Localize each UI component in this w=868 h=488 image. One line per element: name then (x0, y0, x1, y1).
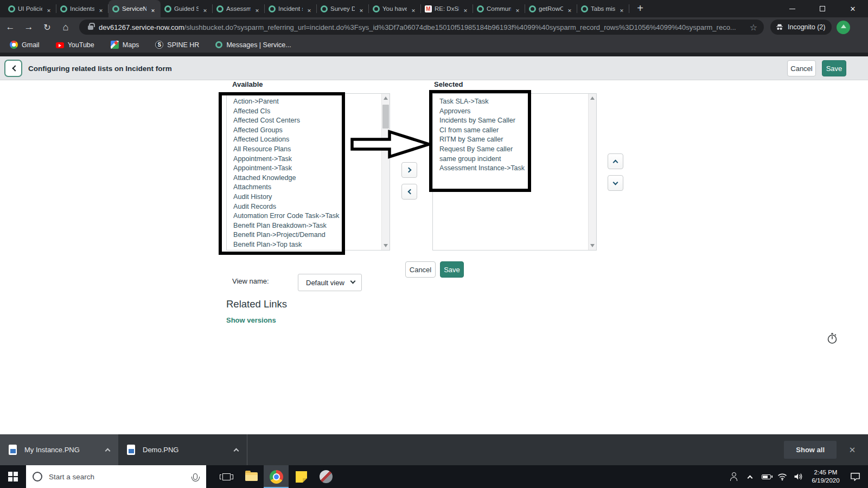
tab-close-icon[interactable] (618, 5, 626, 12)
action-center-button[interactable] (850, 472, 860, 481)
extension-icon[interactable] (837, 21, 850, 34)
browser-tab[interactable]: Assessm (213, 0, 265, 17)
browser-tab[interactable]: RE: DxSh (421, 0, 473, 17)
browser-tab[interactable]: Incident s (265, 0, 317, 17)
tab-close-icon[interactable] (201, 5, 209, 12)
list-option[interactable]: Approvers (439, 107, 588, 117)
shelf-close-icon[interactable] (844, 442, 860, 458)
move-up-button[interactable] (608, 153, 623, 169)
cancel-button[interactable]: Cancel (405, 261, 436, 278)
home-icon[interactable] (58, 20, 74, 35)
tab-close-icon[interactable] (253, 5, 261, 12)
scrollbar-thumb[interactable] (382, 105, 389, 129)
browser-tab[interactable]: Tabs mis (577, 0, 629, 17)
response-time-icon[interactable] (826, 332, 839, 345)
task-view-button[interactable] (214, 465, 239, 488)
chrome-button[interactable] (264, 465, 289, 488)
browser-tab[interactable]: ServiceN (108, 0, 161, 17)
view-name-select[interactable]: Default view (298, 274, 362, 291)
move-left-button[interactable] (401, 184, 417, 200)
taskbar-clock[interactable]: 2:45 PM 6/19/2020 (807, 468, 845, 485)
forward-icon[interactable] (21, 20, 37, 35)
window-maximize-button[interactable] (807, 0, 838, 17)
list-option[interactable]: Affected Groups (233, 126, 381, 136)
bookmark-item[interactable]: Gmail (10, 41, 40, 49)
list-option[interactable]: Action->Parent (233, 97, 381, 107)
move-down-button[interactable] (608, 175, 623, 191)
selected-scrollbar[interactable] (588, 94, 596, 250)
battery-button[interactable] (758, 465, 774, 488)
list-option[interactable]: Assessment Instance->Task (439, 164, 588, 174)
scroll-up-icon[interactable] (384, 97, 388, 100)
save-button[interactable]: Save (440, 261, 464, 278)
selected-listbox[interactable]: Task SLA->TaskApproversIncidents by Same… (432, 93, 597, 251)
list-option[interactable]: Benefit Plan->Project/Demand (233, 230, 381, 240)
browser-tab[interactable]: Commun (473, 0, 525, 17)
start-button[interactable] (0, 465, 26, 488)
list-option[interactable]: Audit History (233, 192, 381, 202)
scroll-up-icon[interactable] (590, 97, 595, 100)
page-back-button[interactable] (4, 60, 22, 77)
tab-close-icon[interactable] (462, 5, 469, 12)
people-button[interactable] (725, 465, 742, 488)
show-versions-link[interactable]: Show versions (226, 316, 276, 324)
browser-tab[interactable]: getRowC (525, 0, 577, 17)
bookmark-item[interactable]: SPINE HR (155, 41, 199, 49)
list-option[interactable]: Task SLA->Task (439, 97, 588, 107)
header-save-button[interactable]: Save (822, 60, 846, 76)
back-icon[interactable] (2, 20, 18, 35)
address-bar[interactable]: dev61267.service-now.com/slushbucket.do?… (79, 20, 764, 35)
file-explorer-button[interactable] (239, 465, 264, 488)
list-option[interactable]: CI from same caller (439, 126, 588, 136)
microphone-icon[interactable] (193, 473, 197, 480)
list-option[interactable]: RITM by Same caller (439, 135, 588, 145)
wifi-button[interactable] (774, 465, 790, 488)
bookmark-star-icon[interactable] (750, 22, 757, 33)
scroll-down-icon[interactable] (384, 244, 388, 247)
scroll-down-icon[interactable] (590, 244, 595, 247)
reload-icon[interactable] (39, 20, 55, 35)
new-tab-button[interactable]: + (633, 1, 648, 16)
sticky-notes-button[interactable] (289, 465, 314, 488)
download-item[interactable]: My Instance.PNG (0, 434, 118, 465)
tab-close-icon[interactable] (149, 5, 157, 12)
list-option[interactable]: same group incident (439, 155, 588, 164)
list-option[interactable]: Incidents by Same Caller (439, 116, 588, 126)
bookmark-item[interactable]: YouTube (56, 41, 94, 49)
bookmark-item[interactable]: Maps (111, 41, 139, 49)
tab-close-icon[interactable] (305, 5, 313, 12)
list-option[interactable]: Affected Cost Centers (233, 116, 381, 126)
browser-tab[interactable]: Incidents (56, 0, 108, 17)
tab-close-icon[interactable] (97, 5, 105, 12)
chevron-up-icon[interactable] (105, 448, 111, 454)
pinned-app-button[interactable] (314, 465, 339, 488)
tab-close-icon[interactable] (410, 5, 417, 12)
hidden-icons-button[interactable] (742, 465, 758, 488)
list-option[interactable]: Appointment->Task (233, 164, 381, 174)
list-option[interactable]: Automation Error Code Task->Task (233, 211, 381, 221)
tab-close-icon[interactable] (45, 5, 53, 12)
header-cancel-button[interactable]: Cancel (787, 60, 816, 76)
list-option[interactable]: Audit Records (233, 202, 381, 212)
browser-tab[interactable]: Guided S (161, 0, 213, 17)
download-item[interactable]: Demo.PNG (118, 434, 247, 465)
tab-close-icon[interactable] (566, 5, 573, 12)
list-option[interactable]: Appointment->Task (233, 155, 381, 164)
move-right-button[interactable] (401, 162, 417, 178)
window-minimize-button[interactable] (777, 0, 807, 17)
available-listbox[interactable]: Action->ParentAffected CIsAffected Cost … (226, 93, 390, 251)
list-option[interactable]: Benefit Plan Breakdown->Task (233, 221, 381, 231)
browser-tab[interactable]: Survey D (317, 0, 369, 17)
volume-button[interactable] (790, 465, 807, 488)
list-option[interactable]: Affected Locations (233, 135, 381, 145)
available-scrollbar[interactable] (381, 94, 390, 250)
tab-close-icon[interactable] (358, 5, 365, 12)
window-close-button[interactable] (838, 0, 868, 17)
browser-tab[interactable]: UI Policie (4, 0, 56, 17)
list-option[interactable]: Attachments (233, 183, 381, 192)
list-option[interactable]: Request By Same caller (439, 145, 588, 155)
list-option[interactable]: Benefit Plan->Top task (233, 240, 381, 250)
taskbar-search[interactable] (26, 465, 206, 488)
bookmark-item[interactable]: Messages | Service... (215, 41, 291, 49)
list-option[interactable]: Attached Knowledge (233, 174, 381, 183)
